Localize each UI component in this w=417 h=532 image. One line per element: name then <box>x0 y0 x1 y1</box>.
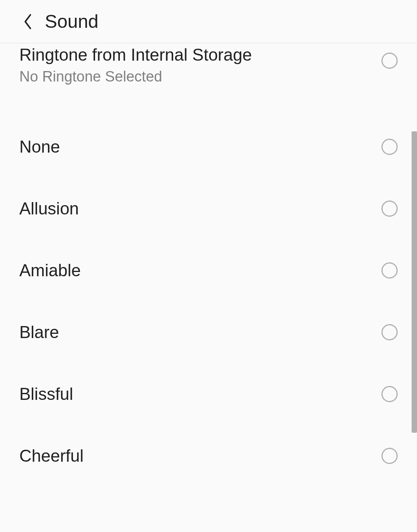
item-text: Ringtone from Internal Storage No Ringto… <box>19 43 252 85</box>
item-text: Amiable <box>19 260 81 281</box>
item-text: Allusion <box>19 199 79 219</box>
sound-option-cheerful[interactable]: Cheerful <box>0 425 417 487</box>
radio-button[interactable] <box>381 53 398 69</box>
sound-option-amiable[interactable]: Amiable <box>0 240 417 301</box>
sound-option-blissful[interactable]: Blissful <box>0 363 417 425</box>
radio-button[interactable] <box>381 201 398 217</box>
radio-button[interactable] <box>381 262 398 279</box>
item-title: None <box>19 137 60 157</box>
item-text: None <box>19 137 60 157</box>
sound-list: Ringtone from Internal Storage No Ringto… <box>0 43 417 487</box>
item-subtitle: No Ringtone Selected <box>19 68 252 85</box>
sound-option-blare[interactable]: Blare <box>0 301 417 363</box>
page-header: Sound <box>0 0 417 43</box>
ringtone-from-storage[interactable]: Ringtone from Internal Storage No Ringto… <box>0 43 417 97</box>
section-spacer <box>0 97 417 116</box>
item-title: Ringtone from Internal Storage <box>19 45 252 65</box>
item-text: Blissful <box>19 384 73 405</box>
sound-option-allusion[interactable]: Allusion <box>0 178 417 240</box>
item-text: Cheerful <box>19 446 83 466</box>
radio-button[interactable] <box>381 386 398 402</box>
item-text: Blare <box>19 322 59 343</box>
radio-button[interactable] <box>381 324 398 340</box>
item-title: Blare <box>19 322 59 343</box>
radio-button[interactable] <box>381 139 398 155</box>
chevron-left-icon <box>22 13 33 30</box>
item-title: Cheerful <box>19 446 83 466</box>
item-title: Amiable <box>19 260 81 281</box>
item-title: Blissful <box>19 384 73 405</box>
back-button[interactable] <box>19 12 37 31</box>
radio-button[interactable] <box>381 448 398 464</box>
sound-option-none[interactable]: None <box>0 116 417 178</box>
page-title: Sound <box>45 11 99 32</box>
scrollbar-thumb[interactable] <box>412 131 417 433</box>
item-title: Allusion <box>19 199 79 219</box>
